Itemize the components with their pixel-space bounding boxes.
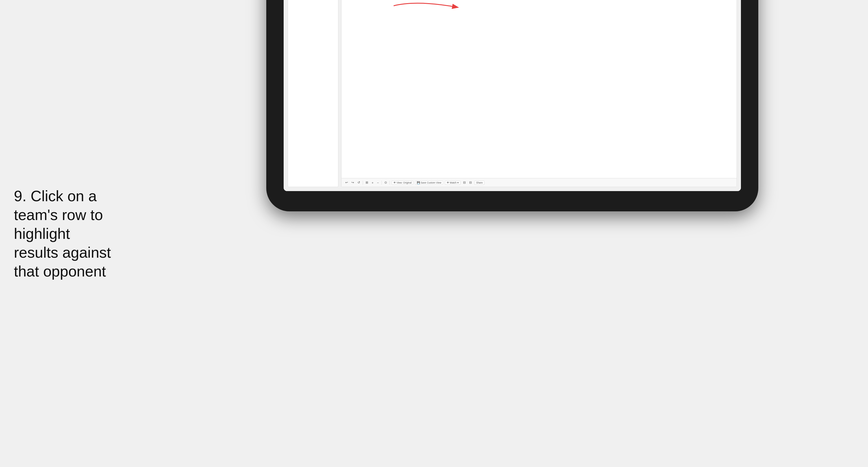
grid-area: University of North Carolina Head-to-Hea… bbox=[341, 0, 737, 187]
tablet-screen: SCOREBOARD Powered by clippi TOURNAMENTS… bbox=[284, 0, 741, 191]
view-icon: 👁 bbox=[393, 181, 396, 184]
instruction-text: 9. Click on a team's row to highlight re… bbox=[14, 186, 112, 281]
zoom-fit-btn[interactable]: ⊞ bbox=[365, 180, 369, 185]
instruction-step: 9. bbox=[14, 187, 26, 204]
instruction-body: Click on a team's row to highlight resul… bbox=[14, 187, 111, 280]
tablet-frame: SCOREBOARD Powered by clippi TOURNAMENTS… bbox=[266, 0, 758, 211]
watch-btn[interactable]: 👁 Watch ▾ bbox=[445, 181, 461, 185]
view-original-btn[interactable]: 👁 View: Original bbox=[392, 181, 413, 185]
clock-btn[interactable]: ⊙ bbox=[383, 180, 388, 185]
save-icon: 💾 bbox=[417, 181, 420, 184]
sidebar: Last Updated: 27/03/2024 16:55:38 Team G… bbox=[288, 0, 338, 187]
share-btn[interactable]: Share bbox=[474, 181, 485, 185]
undo-btn[interactable]: ↩ bbox=[344, 180, 349, 185]
refresh-btn[interactable]: ↺ bbox=[356, 180, 361, 185]
redo-btn[interactable]: ↪ bbox=[350, 180, 355, 185]
save-custom-view-btn[interactable]: 💾 Save Custom View bbox=[415, 181, 443, 185]
bottom-toolbar: ↩ ↪ ↺ ⊞ + − ⊙ 👁 View: Original bbox=[342, 178, 737, 187]
toolbar-btn2[interactable]: ⊟ bbox=[468, 180, 473, 185]
watch-icon: 👁 bbox=[446, 181, 449, 184]
toolbar-btn1[interactable]: ⊟ bbox=[462, 180, 467, 185]
main-content: Last Updated: 27/03/2024 16:55:38 Team G… bbox=[284, 0, 741, 191]
zoom-out-btn[interactable]: − bbox=[376, 181, 379, 185]
zoom-in-btn[interactable]: + bbox=[371, 181, 374, 185]
